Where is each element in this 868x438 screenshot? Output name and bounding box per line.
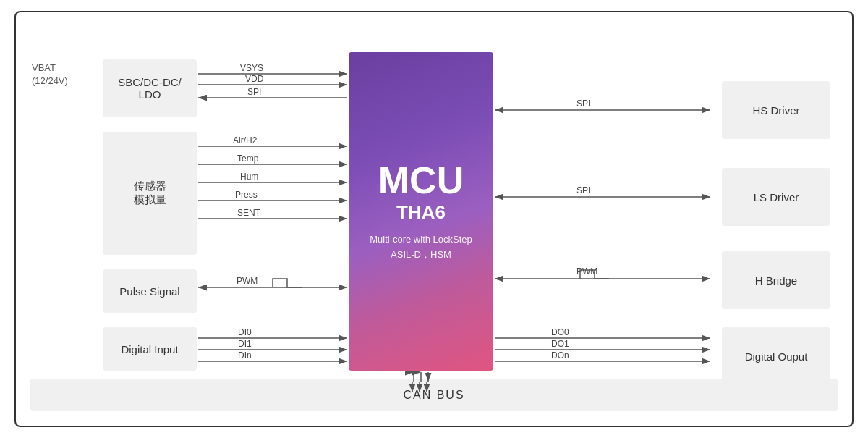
sbc-block: SBC/DC-DC/LDO	[103, 59, 197, 117]
svg-text:Temp: Temp	[237, 153, 259, 164]
hs-driver-block: HS Driver	[722, 81, 830, 139]
svg-text:VDD: VDD	[245, 74, 264, 84]
svg-text:DIn: DIn	[238, 350, 252, 361]
svg-text:Air/H2: Air/H2	[233, 135, 258, 146]
svg-text:DI0: DI0	[238, 327, 252, 337]
mcu-description: Multi-core with LockStepASIL-D，HSM	[370, 232, 472, 263]
svg-text:Press: Press	[235, 190, 258, 200]
svg-text:DO1: DO1	[551, 339, 569, 349]
digital-output-block: Digital Ouput	[722, 327, 830, 385]
sensor-block: 传感器模拟量	[103, 132, 197, 255]
diagram-container: VBAT(12/24V) SBC/DC-DC/LDO 传感器模拟量 Pulse …	[14, 11, 854, 427]
ls-driver-block: LS Driver	[722, 168, 830, 226]
svg-text:Hum: Hum	[240, 172, 258, 182]
svg-text:VSYS: VSYS	[240, 63, 263, 73]
svg-text:DI1: DI1	[238, 339, 252, 349]
h-bridge-block: H Bridge	[722, 251, 830, 309]
digital-input-block: Digital Input	[103, 327, 197, 371]
mcu-block: MCU THA6 Multi-core with LockStepASIL-D，…	[349, 52, 493, 371]
svg-text:SPI: SPI	[247, 87, 261, 97]
svg-text:SPI: SPI	[576, 185, 590, 195]
vbat-label: VBAT(12/24V)	[32, 62, 68, 88]
can-bus-block: CAN BUS	[30, 379, 838, 411]
mcu-title: MCU	[378, 160, 464, 201]
svg-text:SENT: SENT	[237, 208, 261, 218]
pulse-signal-block: Pulse Signal	[103, 269, 197, 313]
svg-text:SPI: SPI	[576, 98, 590, 109]
svg-text:DO0: DO0	[551, 327, 569, 337]
svg-text:DOn: DOn	[551, 350, 569, 361]
svg-text:PWM: PWM	[576, 266, 597, 277]
svg-text:PWM: PWM	[237, 276, 258, 286]
mcu-subtitle: THA6	[396, 201, 446, 224]
